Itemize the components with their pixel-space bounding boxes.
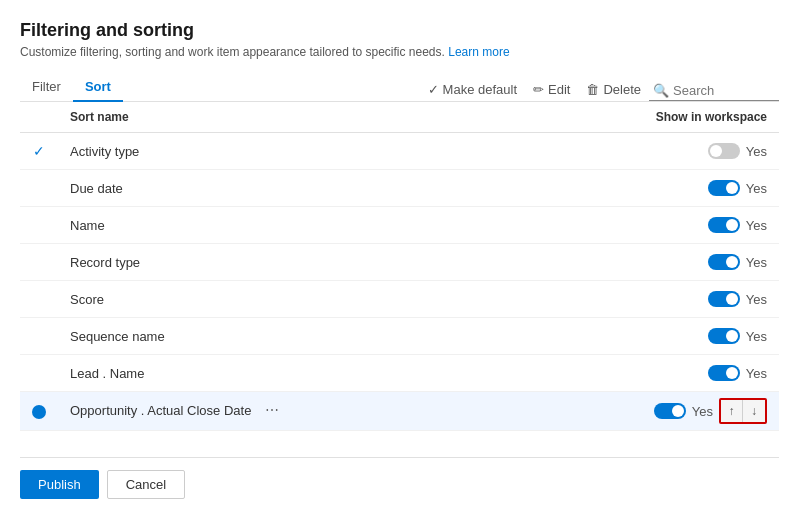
row-toggle[interactable]	[654, 403, 686, 419]
table-row[interactable]: NameYes	[20, 207, 779, 244]
cancel-button[interactable]: Cancel	[107, 470, 185, 499]
row-sort-name: Opportunity . Actual Close Date⋯	[58, 392, 516, 428]
delete-button[interactable]: 🗑 Delete	[578, 78, 649, 101]
row-toggle-cell: Yes	[516, 318, 779, 355]
row-toggle[interactable]	[708, 365, 740, 381]
tab-bar: Filter Sort ✓ Make default ✏ Edit 🗑 Dele…	[20, 73, 779, 102]
check-icon: ✓	[428, 82, 439, 97]
toggle-yes-label: Yes	[746, 144, 767, 159]
check-mark-icon: ✓	[33, 143, 45, 159]
col-sort-name: Sort name	[58, 102, 516, 133]
table-row[interactable]: Opportunity . Actual Close Date⋯Yes↑↓	[20, 392, 779, 431]
sort-down-button[interactable]: ↓	[743, 400, 765, 422]
footer: Publish Cancel	[20, 457, 779, 511]
trash-icon: 🗑	[586, 82, 599, 97]
row-toggle-cell: Yes↑↓	[516, 392, 779, 431]
toggle-yes-label: Yes	[746, 181, 767, 196]
toggle-yes-label: Yes	[746, 218, 767, 233]
row-sort-name: Lead . Name	[58, 355, 516, 391]
row-toggle[interactable]	[708, 254, 740, 270]
table-row[interactable]: ✓Activity typeYes	[20, 133, 779, 170]
row-toggle[interactable]	[708, 217, 740, 233]
row-more-button[interactable]: ⋯	[259, 400, 285, 420]
row-sort-name: Record type	[58, 244, 516, 280]
row-sort-name: Name	[58, 207, 516, 243]
table-row[interactable]: Due dateYes	[20, 170, 779, 207]
tab-filter[interactable]: Filter	[20, 73, 73, 102]
toggle-yes-label: Yes	[746, 329, 767, 344]
row-check-cell	[20, 392, 58, 431]
search-box: 🔍	[649, 81, 779, 101]
row-toggle-cell: Yes	[516, 244, 779, 281]
selected-dot-icon	[32, 405, 46, 419]
row-check-cell: ✓	[20, 133, 58, 170]
row-check-cell	[20, 244, 58, 281]
toggle-yes-label: Yes	[746, 255, 767, 270]
row-check-cell	[20, 355, 58, 392]
sort-arrows-box: ↑↓	[719, 398, 767, 424]
publish-button[interactable]: Publish	[20, 470, 99, 499]
row-check-cell	[20, 318, 58, 355]
row-toggle-cell: Yes	[516, 281, 779, 318]
row-toggle-cell: Yes	[516, 355, 779, 392]
sort-up-button[interactable]: ↑	[721, 400, 743, 422]
col-show-in-workspace: Show in workspace	[516, 102, 779, 133]
table-row[interactable]: Lead . NameYes	[20, 355, 779, 392]
toggle-yes-label: Yes	[746, 292, 767, 307]
table-container: Sort name Show in workspace ✓Activity ty…	[20, 102, 779, 457]
table-row[interactable]: ScoreYes	[20, 281, 779, 318]
row-check-cell	[20, 207, 58, 244]
row-sort-name: Score	[58, 281, 516, 317]
learn-more-link[interactable]: Learn more	[448, 45, 509, 59]
search-icon: 🔍	[653, 83, 669, 98]
row-toggle[interactable]	[708, 180, 740, 196]
table-row[interactable]: Record typeYes	[20, 244, 779, 281]
table-header-row: Sort name Show in workspace	[20, 102, 779, 133]
search-input[interactable]	[673, 83, 773, 98]
row-sort-name: Sequence name	[58, 318, 516, 354]
table-row[interactable]: Sequence nameYes	[20, 318, 779, 355]
row-check-cell	[20, 281, 58, 318]
row-toggle-cell: Yes	[516, 207, 779, 244]
sort-table: Sort name Show in workspace ✓Activity ty…	[20, 102, 779, 431]
row-toggle[interactable]	[708, 291, 740, 307]
edit-button[interactable]: ✏ Edit	[525, 78, 578, 101]
row-toggle-cell: Yes	[516, 133, 779, 170]
col-check	[20, 102, 58, 133]
toggle-yes-label: Yes	[746, 366, 767, 381]
edit-icon: ✏	[533, 82, 544, 97]
row-sort-name: Due date	[58, 170, 516, 206]
toggle-yes-label: Yes	[692, 404, 713, 419]
row-toggle[interactable]	[708, 328, 740, 344]
page-title: Filtering and sorting	[20, 20, 779, 41]
row-check-cell	[20, 170, 58, 207]
tab-sort[interactable]: Sort	[73, 73, 123, 102]
row-toggle[interactable]	[708, 143, 740, 159]
make-default-button[interactable]: ✓ Make default	[420, 78, 525, 101]
page-subtitle: Customize filtering, sorting and work it…	[20, 45, 779, 59]
row-toggle-cell: Yes	[516, 170, 779, 207]
row-sort-name: Activity type	[58, 133, 516, 169]
